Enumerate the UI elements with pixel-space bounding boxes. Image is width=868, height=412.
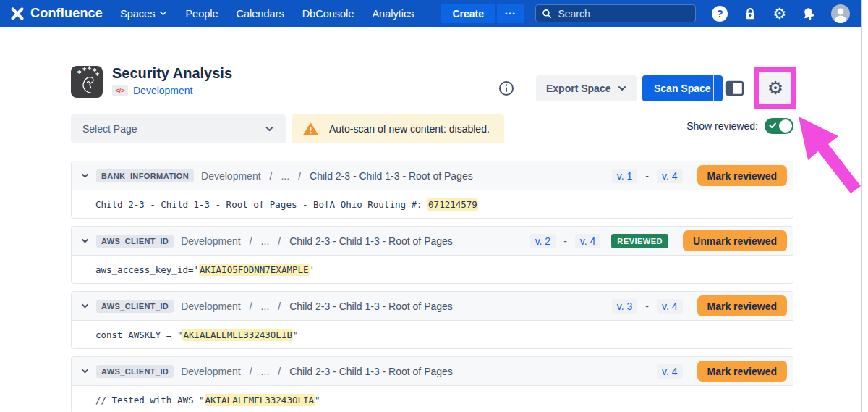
nav-item-people[interactable]: People bbox=[185, 8, 218, 20]
mark-reviewed-button[interactable]: Mark reviewed bbox=[697, 361, 788, 382]
settings-button[interactable]: ⚙ bbox=[773, 6, 786, 21]
breadcrumb-separator: / bbox=[298, 170, 301, 182]
finding-header[interactable]: AWS_CLIENT_ID Development / ... / Child … bbox=[72, 227, 793, 256]
breadcrumb-page[interactable]: Child 2-3 - Child 1-3 - Root of Pages bbox=[289, 235, 453, 247]
top-nav: Confluence Spaces People Calendars DbCon… bbox=[0, 0, 861, 27]
breadcrumb-separator: / bbox=[278, 366, 281, 377]
finding-card: AWS_CLIENT_ID Development / ... / Child … bbox=[71, 291, 793, 349]
warning-icon bbox=[303, 122, 318, 136]
window-edge bbox=[861, 0, 862, 412]
breadcrumb-page[interactable]: Child 2-3 - Child 1-3 - Root of Pages bbox=[289, 300, 453, 312]
divider bbox=[713, 75, 714, 101]
lock-icon bbox=[743, 6, 757, 22]
breadcrumb-separator: / bbox=[278, 300, 281, 312]
svg-text:*: * bbox=[95, 72, 100, 80]
secret-highlight: AKIAIO5FODNN7EXAMPLE bbox=[199, 264, 310, 276]
secret-highlight: AKIALALEMEL33243OLIA bbox=[205, 394, 315, 406]
gear-icon: ⚙ bbox=[767, 79, 783, 97]
sidebar-layout-icon bbox=[725, 80, 744, 96]
breadcrumb-space[interactable]: Development bbox=[181, 366, 241, 377]
chevron-down-icon[interactable] bbox=[81, 369, 89, 374]
chevron-down-icon[interactable] bbox=[81, 303, 89, 308]
scan-space-button[interactable]: Scan Space bbox=[642, 75, 723, 101]
nav-item-spaces[interactable]: Spaces bbox=[120, 8, 167, 20]
autoscan-warning-banner: Auto-scan of new content: disabled. bbox=[292, 114, 504, 143]
nav-item-dbconsole[interactable]: DbConsole bbox=[302, 8, 354, 20]
toggle-panels-button[interactable] bbox=[721, 77, 747, 100]
chevron-down-icon[interactable] bbox=[81, 238, 89, 243]
version-to-link[interactable]: v. 4 bbox=[657, 364, 683, 379]
create-button[interactable]: Create bbox=[441, 4, 495, 23]
finding-snippet: // Tested with AWS "AKIALALEMEL33243OLIA… bbox=[72, 386, 793, 412]
unmark-reviewed-button[interactable]: Unmark reviewed bbox=[683, 230, 787, 251]
reviewed-badge: REVIEWED bbox=[611, 234, 668, 248]
breadcrumb-space[interactable]: Development bbox=[181, 235, 241, 247]
version-range-dash: - bbox=[645, 170, 649, 182]
export-space-button[interactable]: Export Space bbox=[536, 75, 637, 101]
select-page-placeholder: Select Page bbox=[82, 123, 137, 135]
warning-text: Auto-scan of new content: disabled. bbox=[329, 123, 490, 135]
breadcrumb-space[interactable]: Development bbox=[181, 300, 241, 312]
code-space-icon: </> bbox=[112, 85, 128, 96]
svg-text:*: * bbox=[82, 67, 87, 75]
notifications-button[interactable] bbox=[801, 6, 816, 22]
select-page-dropdown[interactable]: Select Page bbox=[71, 114, 286, 143]
space-link[interactable]: Development bbox=[133, 85, 193, 96]
help-button[interactable]: ? bbox=[712, 6, 728, 22]
toggle-knob bbox=[779, 119, 792, 133]
mark-reviewed-button[interactable]: Mark reviewed bbox=[697, 295, 788, 316]
person-icon bbox=[831, 4, 850, 23]
version-from-link[interactable]: v. 3 bbox=[612, 299, 638, 314]
finding-type-badge: AWS_CLIENT_ID bbox=[96, 235, 174, 248]
nav-item-calendars[interactable]: Calendars bbox=[237, 8, 284, 20]
bell-icon bbox=[801, 6, 816, 22]
finding-snippet: aws_access_key_id='AKIAIO5FODNN7EXAMPLE' bbox=[72, 256, 793, 283]
space-settings-button[interactable]: ⚙ bbox=[760, 72, 791, 104]
breadcrumb-ellipsis[interactable]: ... bbox=[281, 170, 289, 182]
breadcrumb-separator: / bbox=[250, 235, 252, 247]
nav-item-analytics[interactable]: Analytics bbox=[372, 8, 414, 20]
breadcrumb-separator: / bbox=[250, 300, 252, 312]
chevron-down-icon[interactable] bbox=[81, 173, 89, 178]
breadcrumb-space[interactable]: Development bbox=[201, 170, 261, 182]
chevron-down-icon bbox=[159, 11, 167, 16]
search-input[interactable] bbox=[558, 8, 689, 20]
finding-header[interactable]: AWS_CLIENT_ID Development / ... / Child … bbox=[72, 357, 793, 386]
chevron-down-icon bbox=[618, 85, 626, 91]
finding-type-badge: AWS_CLIENT_ID bbox=[96, 365, 174, 378]
mark-reviewed-button[interactable]: Mark reviewed bbox=[697, 165, 788, 186]
secret-highlight: AKIALALEMEL33243OLIB bbox=[182, 329, 293, 341]
gear-icon: ⚙ bbox=[773, 6, 786, 21]
finding-header[interactable]: BANK_INFORMATION Development / ... / Chi… bbox=[72, 161, 793, 190]
info-button[interactable] bbox=[498, 80, 514, 96]
create-more-button[interactable]: ••• bbox=[497, 4, 524, 23]
check-icon bbox=[769, 122, 777, 129]
avatar bbox=[831, 4, 850, 23]
confluence-logo[interactable]: Confluence bbox=[10, 6, 103, 21]
admin-lock-button[interactable] bbox=[743, 6, 757, 22]
confluence-mark-icon bbox=[10, 7, 25, 21]
breadcrumb-ellipsis[interactable]: ... bbox=[261, 300, 270, 312]
breadcrumb-ellipsis[interactable]: ... bbox=[261, 366, 270, 377]
version-range-dash: - bbox=[563, 235, 567, 247]
space-breadcrumb: </> Development bbox=[112, 85, 193, 96]
version-to-link[interactable]: v. 4 bbox=[575, 234, 601, 248]
version-from-link[interactable]: v. 1 bbox=[612, 169, 638, 183]
finding-header[interactable]: AWS_CLIENT_ID Development / ... / Child … bbox=[72, 292, 793, 321]
version-from-link[interactable]: v. 2 bbox=[530, 234, 556, 248]
finding-card: AWS_CLIENT_ID Development / ... / Child … bbox=[71, 226, 793, 284]
info-icon bbox=[498, 80, 514, 96]
breadcrumb-page[interactable]: Child 2-3 - Child 1-3 - Root of Pages bbox=[289, 366, 453, 377]
version-to-link[interactable]: v. 4 bbox=[657, 299, 683, 314]
annotation-highlight-box: ⚙ bbox=[754, 67, 796, 109]
breadcrumb-ellipsis[interactable]: ... bbox=[261, 235, 270, 247]
show-reviewed-toggle[interactable] bbox=[765, 118, 793, 134]
breadcrumb-separator: / bbox=[250, 366, 252, 377]
help-icon: ? bbox=[712, 6, 728, 22]
breadcrumb-separator: / bbox=[278, 235, 281, 247]
version-to-link[interactable]: v. 4 bbox=[657, 169, 683, 183]
svg-text:*: * bbox=[77, 70, 82, 77]
profile-button[interactable] bbox=[831, 4, 850, 23]
breadcrumb-page[interactable]: Child 2-3 - Child 1-3 - Root of Pages bbox=[310, 170, 473, 182]
search-box[interactable] bbox=[535, 4, 696, 22]
